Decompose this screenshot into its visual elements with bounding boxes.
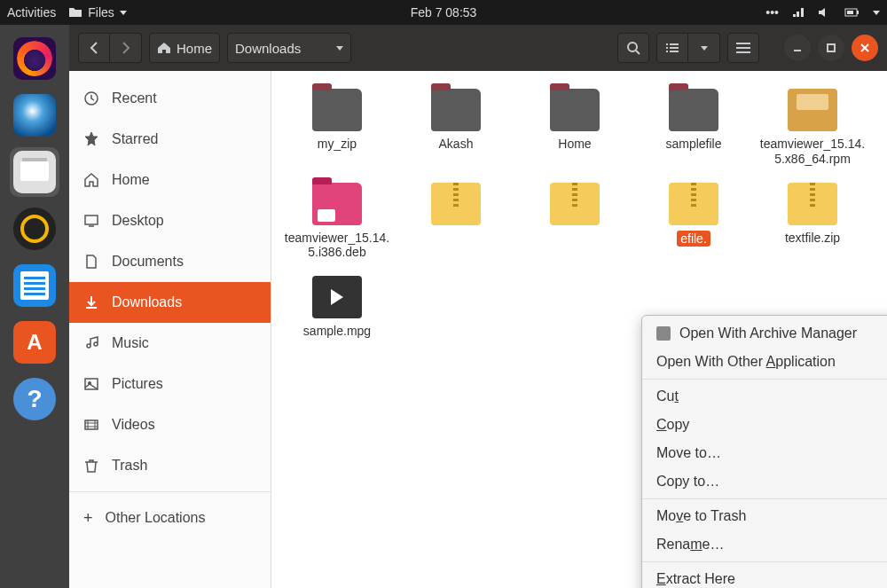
ctx-label: Extract Here [656,571,735,587]
sidebar-item-home[interactable]: Home [69,160,271,200]
file-label: sample.mpg [303,324,371,339]
ctx-move-trash[interactable]: Move to TrashDelete [642,502,887,530]
minimize-icon [792,43,803,53]
software-icon [13,321,56,364]
sidebar-item-label: Starred [112,131,158,147]
ctx-open-archive-manager[interactable]: Open With Archive ManagerReturn [642,319,887,348]
file-label: samplefile [665,137,721,152]
path-downloads[interactable]: Downloads [227,33,351,63]
sidebar-item-starred[interactable]: Starred [69,119,271,160]
file-item[interactable]: textfile.zip [756,183,869,261]
dock-rhythmbox[interactable] [10,204,59,254]
file-item[interactable] [399,183,513,261]
videos-icon [83,417,99,433]
view-buttons [656,33,720,63]
chevron-down-icon [701,46,708,51]
svg-rect-1 [857,11,859,14]
folder-icon [68,6,82,19]
chevron-down-icon [336,46,343,51]
dock [0,25,69,588]
path-home[interactable]: Home [149,33,220,63]
dock-thunderbird[interactable] [10,90,59,140]
sidebar-item-music[interactable]: Music [69,323,271,364]
dock-firefox[interactable] [10,34,59,83]
ctx-move-to[interactable]: Move to… [642,439,887,467]
list-icon [665,43,679,53]
file-item[interactable]: teamviewer_15.14.5.x86_64.rpm [756,89,869,167]
clock-icon [83,90,99,106]
activities-button[interactable]: Activities [7,5,56,20]
search-button[interactable] [617,33,649,63]
sidebar-item-recent[interactable]: Recent [69,78,271,119]
svg-rect-2 [847,11,853,14]
dock-help[interactable] [10,374,59,424]
clock[interactable]: Feb 7 08:53 [411,5,477,20]
dock-ubuntu-software[interactable] [10,318,59,367]
maximize-icon [826,43,836,53]
forward-button[interactable] [110,33,142,63]
battery-icon[interactable] [844,7,860,18]
ctx-copy-to[interactable]: Copy to… [642,467,887,496]
sidebar-item-label: Recent [112,90,157,106]
file-item[interactable]: Home [518,89,632,167]
file-label: teamviewer_15.14.5.i386.deb [284,231,390,261]
sidebar-other-locations[interactable]: +Other Locations [69,498,271,538]
sidebar-item-videos[interactable]: Videos [69,404,271,445]
help-icon [13,378,56,420]
ctx-label: Cut [656,388,679,404]
nautilus-window: Home Downloads Recent Starred Home Deskt… [69,25,887,588]
body: Recent Starred Home Desktop Documents Do… [69,71,887,588]
dock-files[interactable] [10,147,59,197]
chevron-down-icon[interactable] [873,11,880,15]
sidebar-item-downloads[interactable]: Downloads [69,282,271,323]
back-button[interactable] [78,33,110,63]
view-options-button[interactable] [688,33,720,63]
path-home-label: Home [177,41,212,56]
file-label: efile. [677,231,710,247]
close-button[interactable] [852,35,878,61]
ctx-rename[interactable]: Rename…F2 [642,530,887,559]
minimize-button[interactable] [784,35,811,61]
close-icon [860,43,870,53]
file-item[interactable]: samplefile [637,89,750,167]
file-item[interactable] [518,183,632,261]
writer-icon [13,264,56,307]
pictures-icon [83,376,99,392]
status-dots[interactable]: ••• [765,5,779,20]
ctx-copy[interactable]: CopyCtrl+C [642,411,887,439]
thunderbird-icon [13,94,56,137]
path-downloads-label: Downloads [235,41,301,56]
zip-icon [431,183,481,225]
file-item[interactable]: teamviewer_15.14.5.i386.deb [280,183,394,261]
folder-gray-icon [669,89,718,131]
sidebar-item-label: Desktop [112,213,164,229]
volume-icon[interactable] [818,6,832,19]
ctx-extract-here[interactable]: Extract Here [642,565,887,588]
maximize-button[interactable] [818,35,844,61]
file-grid-area[interactable]: my_zipAkashHomesamplefileteamviewer_15.1… [271,71,887,588]
list-view-button[interactable] [656,33,688,63]
desktop-icon [83,213,99,229]
sidebar-item-pictures[interactable]: Pictures [69,364,271,404]
ctx-cut[interactable]: CutCtrl+X [642,382,887,411]
ctx-open-other[interactable]: Open With Other Application [642,348,887,376]
sidebar-item-label: Pictures [112,376,163,392]
sidebar-item-trash[interactable]: Trash [69,445,271,486]
home-icon [83,172,99,188]
zip-icon [669,183,718,225]
sidebar-item-desktop[interactable]: Desktop [69,200,271,241]
music-icon [83,335,99,351]
dock-libreoffice-writer[interactable] [10,261,59,310]
ctx-separator [642,379,887,380]
sidebar-separator [69,491,271,492]
sidebar-item-documents[interactable]: Documents [69,241,271,282]
sidebar-item-label: Trash [112,458,147,474]
file-item[interactable]: Akash [399,89,513,167]
hamburger-menu[interactable] [727,33,759,63]
files-appmenu[interactable]: Files [68,5,127,20]
file-item[interactable]: efile. [637,183,750,261]
pathbar: Home Downloads [149,33,610,63]
network-icon[interactable] [791,6,805,19]
file-item[interactable]: sample.mpg [280,276,394,339]
file-item[interactable]: my_zip [280,89,394,167]
